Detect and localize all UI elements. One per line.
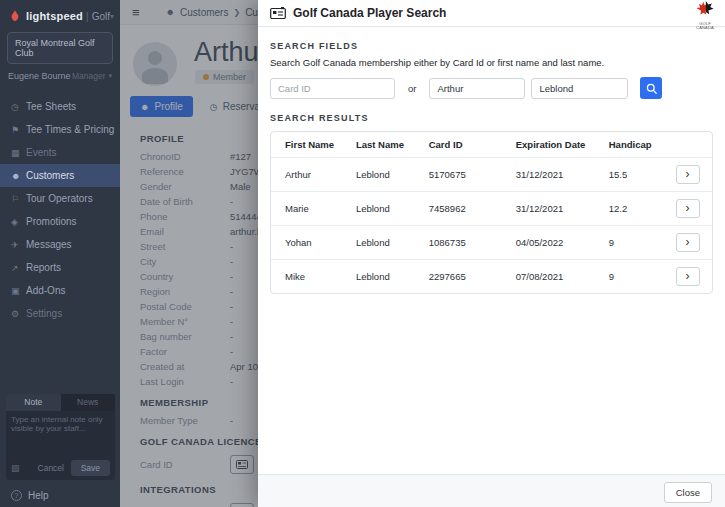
table-row: Mike Leblond 2297665 07/08/2021 9 › (271, 259, 712, 293)
col-actions (672, 132, 713, 157)
tag-icon: ◈ (11, 217, 26, 227)
calendar-icon: ▦ (11, 148, 26, 158)
search-button[interactable] (640, 77, 662, 99)
brand-name: lightspeed (26, 10, 83, 22)
note-actions: ▨ Cancel Save (6, 458, 115, 478)
sidebar-item-events[interactable]: ▦ Events (0, 141, 120, 164)
last-name-input[interactable] (531, 78, 628, 99)
note-save-button[interactable]: Save (71, 460, 110, 476)
select-player-button[interactable]: › (676, 199, 700, 218)
attach-image-icon[interactable]: ▨ (11, 463, 20, 473)
maple-leaf-icon (694, 1, 716, 18)
golf-canada-logo: GOLF CANADA (692, 1, 718, 30)
user-row[interactable]: Eugene Bourne Manager ▾ (8, 71, 112, 81)
search-results-table: First Name Last Name Card ID Expiration … (270, 131, 713, 294)
first-name-input[interactable] (429, 78, 525, 99)
chevron-down-icon: ▾ (108, 72, 112, 80)
help-icon: ? (11, 490, 22, 501)
note-tabs: Note News (6, 394, 115, 411)
search-results-heading: SEARCH RESULTS (270, 113, 713, 123)
sidebar-item-promotions[interactable]: ◈ Promotions (0, 210, 120, 233)
modal-title: Golf Canada Player Search (293, 6, 446, 20)
golf-canada-player-search-modal: Golf Canada Player Search GOLF CANADA SE… (258, 0, 725, 507)
or-label: or (408, 83, 416, 94)
note-input[interactable] (6, 411, 115, 458)
col-handicap: Handicap (605, 132, 672, 157)
search-description: Search Golf Canada membership either by … (270, 57, 713, 68)
modal-footer: Close (258, 474, 725, 507)
golf-canada-caption: GOLF CANADA (692, 22, 718, 30)
chart-icon: ↗ (11, 263, 26, 273)
sidebar-item-messages[interactable]: ✈ Messages (0, 233, 120, 256)
close-button[interactable]: Close (664, 482, 712, 503)
chevron-down-icon[interactable]: ▾ (110, 12, 114, 21)
clock-icon: ◷ (11, 102, 26, 112)
tab-note[interactable]: Note (6, 394, 61, 411)
select-player-button[interactable]: › (676, 233, 700, 252)
paper-plane-icon: ✈ (11, 240, 26, 250)
sidebar-item-reports[interactable]: ↗ Reports (0, 256, 120, 279)
modal-header: Golf Canada Player Search GOLF CANADA (258, 0, 725, 27)
sidebar-item-customers[interactable]: ☻ Customers (0, 164, 120, 187)
sidebar: lightspeed | Golf ▾ Royal Montreal Golf … (0, 0, 120, 507)
select-player-button[interactable]: › (676, 267, 700, 286)
table-row: Arthur Leblond 5170675 31/12/2021 15.5 › (271, 157, 712, 191)
note-cancel-button[interactable]: Cancel (38, 463, 64, 473)
search-icon (645, 82, 658, 95)
club-name[interactable]: Royal Montreal Golf Club (8, 33, 112, 63)
sidebar-item-settings[interactable]: ⚙ Settings (0, 302, 120, 325)
sidebar-item-tee-sheets[interactable]: ◷ Tee Sheets (0, 95, 120, 118)
col-card-id: Card ID (425, 132, 512, 157)
sidebar-item-add-ons[interactable]: ▣ Add-Ons (0, 279, 120, 302)
sidebar-nav: ◷ Tee Sheets ⚑ Tee Times & Pricing ▦ Eve… (0, 95, 120, 325)
modal-body: SEARCH FIELDS Search Golf Canada members… (258, 41, 725, 294)
note-body (6, 411, 115, 458)
col-last-name: Last Name (352, 132, 425, 157)
product-name: Golf (92, 11, 110, 22)
brand-separator: | (86, 11, 89, 22)
table-row: Marie Leblond 7458962 31/12/2021 12.2 › (271, 191, 712, 225)
col-first-name: First Name (271, 132, 352, 157)
select-player-button[interactable]: › (676, 165, 700, 184)
app-window: lightspeed | Golf ▾ Royal Montreal Golf … (0, 0, 725, 507)
person-icon: ☻ (11, 171, 26, 181)
sidebar-item-tour-operators[interactable]: ⚐ Tour Operators (0, 187, 120, 210)
search-row: or (270, 77, 713, 99)
pricing-flag-icon: ⚑ (11, 125, 26, 135)
gear-icon: ⚙ (11, 309, 26, 319)
add-ons-icon: ▣ (11, 286, 26, 296)
search-fields-heading: SEARCH FIELDS (270, 41, 713, 51)
user-name: Eugene Bourne (8, 71, 71, 81)
tab-news[interactable]: News (61, 394, 116, 411)
brand-logo[interactable]: lightspeed | Golf ▾ (0, 0, 120, 29)
help-item[interactable]: ? Help (11, 490, 49, 501)
lightspeed-flame-icon (8, 9, 22, 23)
col-expiration-date: Expiration Date (512, 132, 605, 157)
table-header-row: First Name Last Name Card ID Expiration … (271, 132, 712, 157)
sidebar-item-tee-times-pricing[interactable]: ⚑ Tee Times & Pricing (0, 118, 120, 141)
table-row: Yohan Leblond 1086735 04/05/2022 9 › (271, 225, 712, 259)
user-role: Manager (72, 71, 106, 81)
card-id-input[interactable] (270, 78, 395, 99)
note-panel: Note News ▨ Cancel Save (6, 394, 115, 480)
player-card-icon (270, 7, 286, 19)
tour-flag-icon: ⚐ (11, 194, 26, 204)
